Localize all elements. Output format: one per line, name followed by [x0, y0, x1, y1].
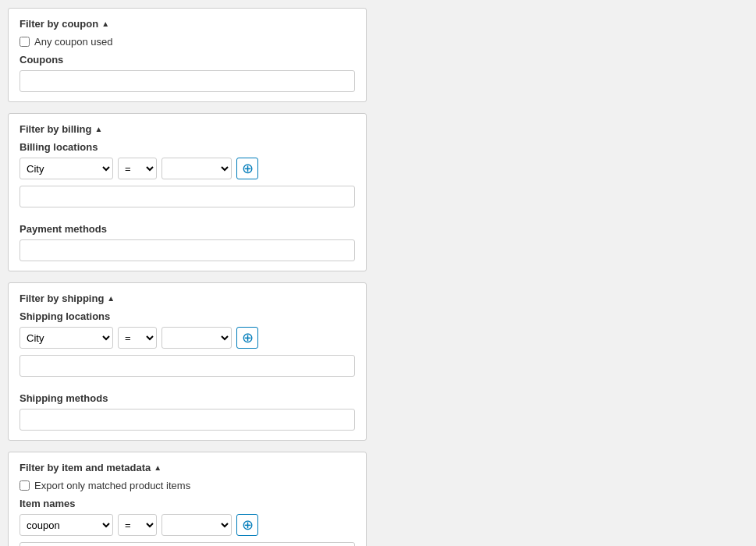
- shipping-locations-label: Shipping locations: [20, 310, 355, 322]
- item-names-eq-select[interactable]: =: [118, 514, 157, 536]
- shipping-location-text-input[interactable]: [20, 355, 355, 377]
- billing-add-button[interactable]: ⊕: [236, 158, 258, 179]
- shipping-filter-row: City = ⊕: [20, 327, 355, 349]
- shipping-panel-arrow: ▲: [107, 294, 115, 303]
- any-coupon-row: Any coupon used: [20, 36, 355, 48]
- export-only-checkbox[interactable]: [20, 480, 30, 491]
- coupons-input[interactable]: [20, 70, 355, 92]
- shipping-methods-label: Shipping methods: [20, 392, 355, 404]
- any-coupon-checkbox[interactable]: [20, 37, 30, 47]
- item-names-coupon-select[interactable]: coupon: [20, 514, 113, 536]
- shipping-add-button[interactable]: ⊕: [236, 327, 258, 349]
- coupon-panel-title[interactable]: Filter by coupon ▲: [20, 18, 109, 30]
- billing-value-select[interactable]: [161, 158, 232, 179]
- payment-methods-input[interactable]: [20, 239, 355, 261]
- shipping-methods-input[interactable]: [20, 409, 355, 431]
- shipping-city-select[interactable]: City: [20, 327, 113, 349]
- export-only-matched-row: Export only matched product items: [20, 480, 355, 491]
- shipping-eq-select[interactable]: =: [118, 327, 157, 349]
- shipping-panel-title-text: Filter by shipping: [20, 292, 104, 304]
- billing-city-select[interactable]: City: [20, 158, 113, 179]
- item-panel-title[interactable]: Filter by item and metadata ▲: [20, 462, 161, 473]
- item-names-value-select[interactable]: [161, 514, 232, 536]
- billing-location-text-input[interactable]: [20, 186, 355, 207]
- billing-panel: Filter by billing ▲ Billing locations Ci…: [8, 113, 367, 271]
- shipping-panel-title[interactable]: Filter by shipping ▲: [20, 292, 115, 304]
- export-only-label: Export only matched product items: [34, 480, 190, 491]
- item-panel-title-text: Filter by item and metadata: [20, 462, 151, 473]
- any-coupon-label: Any coupon used: [34, 36, 112, 48]
- billing-panel-arrow: ▲: [94, 125, 102, 133]
- coupons-label: Coupons: [20, 54, 355, 66]
- coupon-panel: Filter by coupon ▲ Any coupon used Coupo…: [8, 8, 367, 102]
- payment-methods-label: Payment methods: [20, 223, 355, 235]
- item-names-filter-row: coupon = ⊕: [20, 514, 355, 536]
- shipping-panel: Filter by shipping ▲ Shipping locations …: [8, 282, 367, 441]
- item-panel: Filter by item and metadata ▲ Export onl…: [8, 452, 367, 546]
- billing-locations-label: Billing locations: [20, 141, 355, 153]
- item-names-text-input[interactable]: [20, 542, 355, 546]
- item-names-add-button[interactable]: ⊕: [236, 514, 258, 536]
- coupon-panel-arrow: ▲: [101, 20, 109, 28]
- billing-panel-title-text: Filter by billing: [20, 123, 91, 135]
- billing-eq-select[interactable]: =: [118, 158, 157, 179]
- item-panel-arrow: ▲: [154, 463, 161, 472]
- shipping-value-select[interactable]: [161, 327, 232, 349]
- billing-panel-title[interactable]: Filter by billing ▲: [20, 123, 102, 135]
- coupon-panel-title-text: Filter by coupon: [20, 18, 98, 30]
- billing-filter-row: City = ⊕: [20, 158, 355, 179]
- item-names-label: Item names: [20, 498, 355, 509]
